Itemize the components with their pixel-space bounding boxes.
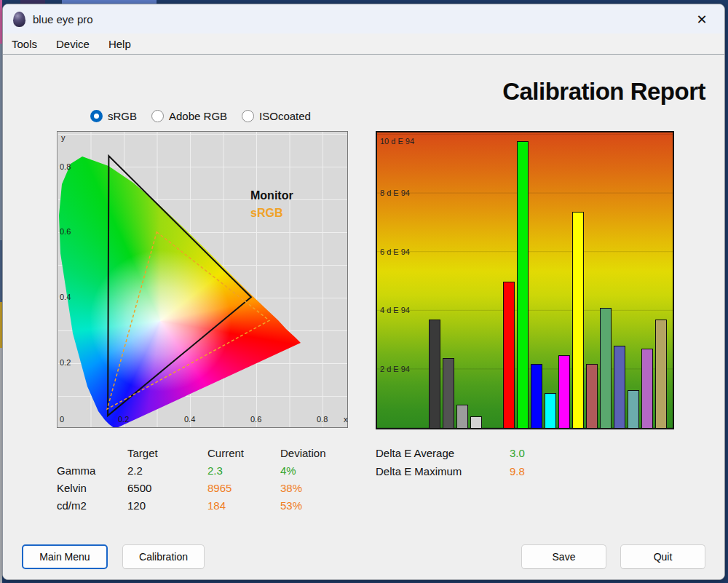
delta-e-bar-yellow [572,212,584,428]
delta-e-bar-magenta [558,355,570,428]
delta-e-bar-gray-light [456,405,468,428]
delta-e-maximum-row: Delta E Maximum 9.8 [376,462,525,480]
radio-option-adobe-rgb[interactable]: Adobe RGB [151,110,227,122]
delta-e-maximum-label: Delta E Maximum [376,465,510,477]
current-value: 2.3 [207,464,280,477]
x-tick: 0.6 [250,415,261,424]
delta-e-maximum-value: 9.8 [510,465,525,477]
y-axis-label: y [61,133,66,142]
app-logo-icon [13,12,25,27]
cie-chromaticity-chart: y 0.8 0.6 0.4 0.2 0 0.2 0.4 0.6 0.8 x Mo… [57,131,348,428]
current-value: 8965 [207,482,280,494]
close-icon[interactable]: ✕ [691,10,713,29]
gamut-legend: Monitor sRGB [250,187,293,222]
row-label: Kelvin [57,482,127,494]
report-panel: Calibration Report sRGBAdobe RGBISOcoate… [3,54,724,579]
delta-e-bar-dark-khaki [655,320,667,428]
legend-srgb: sRGB [250,205,293,222]
delta-e-bar-gray-pale [470,416,482,428]
x-axis-label: x [344,415,348,424]
profile-selector: sRGBAdobe RGBISOcoated [90,110,311,122]
delta-e-summary: Delta E Average 3.0 Delta E Maximum 9.8 [376,444,525,480]
window-title: blue eye pro [33,13,93,25]
radio-label: ISOcoated [259,110,311,122]
column-header: Target [127,447,207,459]
column-header: Current [207,447,280,459]
y-tick: 0.2 [60,358,71,367]
target-value: 120 [127,499,207,512]
delta-e-bar-cyan [545,393,556,428]
delta-e-bar-gray-dark [429,320,440,428]
calibration-button[interactable]: Calibration [122,544,205,569]
menu-bar: Tools Device Help [3,33,724,54]
bar-chart-bars [377,132,673,428]
page-title: Calibration Report [502,78,705,106]
target-value: 6500 [127,482,207,494]
delta-e-bar-orchid [641,349,653,428]
main-menu-button[interactable]: Main Menu [22,544,108,569]
radio-option-srgb[interactable]: sRGB [90,110,137,122]
title-bar[interactable]: blue eye pro ✕ [3,4,724,33]
x-tick: 0.8 [317,415,328,424]
row-label: Gamma [57,464,127,477]
deviation-value: 53% [280,499,360,512]
target-value: 2.2 [127,464,207,477]
radio-dot-icon [151,110,164,122]
gamut-triangles [58,132,349,429]
x-tick: 0.4 [184,415,195,424]
radio-dot-icon [90,110,103,122]
delta-e-bar-blue [531,364,542,428]
y-tick: 0.4 [60,293,71,301]
quit-button[interactable]: Quit [620,544,705,569]
deviation-value: 38% [280,482,360,494]
app-window: blue eye pro ✕ Tools Device Help Calibra… [2,4,725,580]
save-button[interactable]: Save [521,544,606,569]
menu-tools[interactable]: Tools [12,38,37,50]
delta-e-average-row: Delta E Average 3.0 [376,444,525,462]
delta-e-bar-green [517,141,529,428]
calibration-metrics-table: TargetCurrentDeviationGamma2.22.34%Kelvi… [57,444,360,514]
delta-e-average-label: Delta E Average [376,447,510,459]
x-tick: 0.2 [118,415,129,424]
delta-e-bar-chart: 2 d E 944 d E 946 d E 948 d E 9410 d E 9… [376,131,674,429]
radio-label: sRGB [108,110,137,122]
current-value: 184 [207,499,280,512]
menu-device[interactable]: Device [56,38,90,50]
delta-e-bar-red [503,282,515,428]
y-tick: 0.8 [60,162,71,171]
row-label: cd/m2 [57,499,127,512]
delta-e-bar-gray-mid [443,358,454,428]
radio-option-isocoated[interactable]: ISOcoated [242,110,311,122]
delta-e-bar-teal [628,390,639,428]
delta-e-average-value: 3.0 [510,447,525,459]
delta-e-bar-sea-green [600,308,612,428]
radio-label: Adobe RGB [169,110,227,122]
origin-tick: 0 [60,415,64,424]
radio-dot-icon [242,110,254,122]
column-header: Deviation [280,447,360,459]
delta-e-bar-slate-blue [614,346,625,428]
menu-help[interactable]: Help [108,38,131,50]
legend-monitor: Monitor [250,187,293,205]
deviation-value: 4% [280,464,360,477]
delta-e-bar-dark-red [586,364,598,428]
y-tick: 0.6 [60,227,71,236]
